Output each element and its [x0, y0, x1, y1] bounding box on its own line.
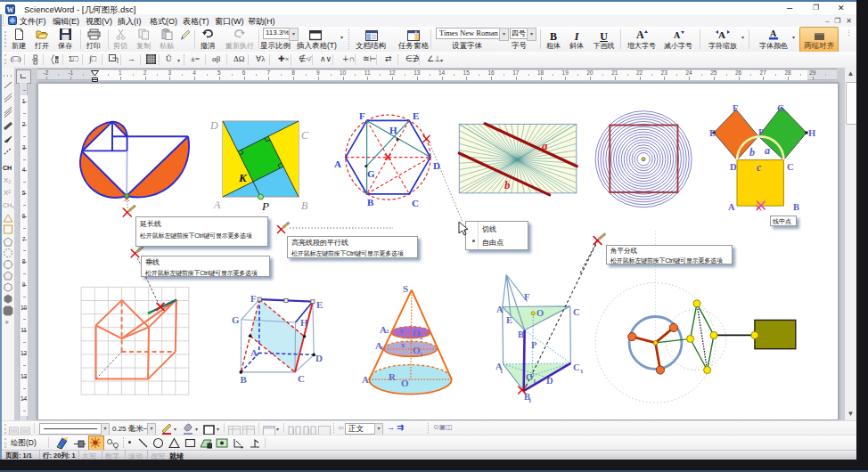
svg-text:C: C	[298, 373, 305, 384]
svg-text:F: F	[524, 292, 529, 302]
svg-text:X₂: X₂	[4, 176, 11, 184]
svg-text:E: E	[506, 315, 512, 325]
svg-text:A: A	[718, 29, 725, 40]
svg-text:A: A	[213, 199, 221, 211]
svg-text:G: G	[777, 103, 784, 113]
svg-text:W: W	[7, 6, 14, 14]
svg-text:F: F	[733, 103, 738, 113]
svg-text:B: B	[241, 374, 248, 385]
svg-text:G: G	[232, 314, 240, 325]
svg-text:P: P	[261, 199, 269, 213]
svg-text:E: E	[316, 299, 323, 310]
svg-text:H: H	[300, 317, 308, 328]
svg-text:H: H	[808, 128, 815, 138]
svg-text:⚛: ⚛	[4, 320, 9, 325]
svg-text:B: B	[793, 202, 799, 212]
svg-text:1: 1	[381, 345, 384, 352]
svg-text:1: 1	[500, 368, 504, 375]
svg-text:A: A	[728, 202, 735, 212]
svg-text:B: B	[367, 197, 374, 208]
svg-text:CH₃: CH₃	[3, 202, 14, 208]
svg-text:D: D	[209, 119, 218, 132]
svg-text:B: B	[301, 199, 308, 212]
svg-text:A: A	[496, 305, 504, 314]
svg-text:G: G	[367, 168, 375, 179]
svg-text:1: 1	[528, 397, 532, 404]
svg-text:E: E	[709, 128, 716, 138]
svg-text:2: 2	[420, 334, 423, 341]
svg-text:b: b	[504, 178, 511, 191]
svg-text:B: B	[518, 330, 524, 339]
svg-text:O: O	[536, 308, 544, 318]
svg-text:x: x	[401, 340, 405, 349]
svg-text:C: C	[787, 162, 794, 172]
svg-text:P: P	[758, 127, 765, 137]
svg-text:1: 1	[420, 351, 423, 358]
svg-text:D: D	[546, 376, 553, 386]
svg-text:A: A	[636, 28, 644, 40]
svg-text:A: A	[770, 28, 777, 38]
svg-text:a: a	[765, 144, 770, 157]
svg-text:1: 1	[580, 368, 584, 375]
svg-text:H: H	[389, 125, 397, 135]
svg-text:CH: CH	[3, 165, 12, 171]
svg-text:R: R	[389, 371, 397, 382]
svg-text:C: C	[412, 198, 419, 208]
svg-text:P: P	[531, 340, 537, 350]
svg-text:A: A	[250, 347, 258, 358]
svg-text:A: A	[334, 159, 341, 169]
svg-text:C: C	[573, 307, 580, 317]
svg-text:b: b	[749, 146, 755, 159]
svg-text:1: 1	[533, 378, 536, 385]
svg-text:c: c	[757, 161, 762, 174]
svg-text:O: O	[401, 378, 409, 388]
svg-text:C: C	[301, 129, 309, 142]
svg-text:r: r	[400, 326, 404, 335]
svg-text:F: F	[359, 110, 365, 121]
svg-text:2: 2	[386, 328, 389, 335]
svg-text:D: D	[730, 162, 737, 172]
svg-text:F: F	[250, 293, 257, 304]
svg-text:E: E	[413, 110, 419, 121]
svg-text:A: A	[674, 30, 681, 40]
svg-text:A: A	[362, 374, 369, 385]
svg-text:D: D	[315, 353, 323, 363]
svg-text:K: K	[238, 171, 248, 184]
svg-text:X²: X²	[4, 189, 11, 197]
svg-text:S: S	[403, 283, 408, 294]
svg-text:C: C	[573, 362, 580, 372]
svg-text:a: a	[542, 139, 548, 152]
svg-text:O: O	[526, 372, 533, 382]
